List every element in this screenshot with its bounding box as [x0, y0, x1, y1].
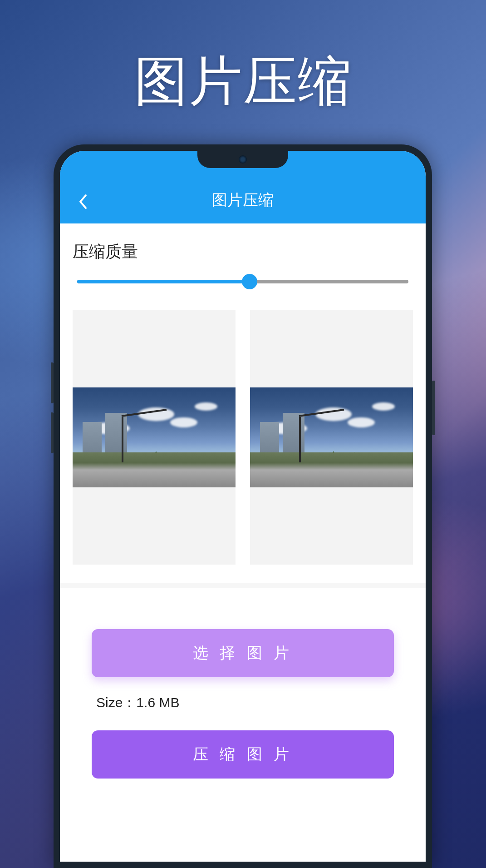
front-camera-decor	[239, 155, 247, 164]
slider-fill	[77, 280, 250, 283]
chevron-left-icon	[78, 193, 88, 210]
preview-original[interactable]	[73, 310, 236, 565]
phone-screen: 图片压缩 压缩质量	[60, 151, 426, 862]
back-button[interactable]	[74, 193, 92, 211]
phone-mockup-frame: 图片压缩 压缩质量	[54, 144, 432, 868]
page-title: 图片压缩	[60, 190, 426, 211]
select-image-button[interactable]: 选 择 图 片	[92, 629, 394, 677]
quality-label: 压缩质量	[60, 223, 426, 274]
content-area: 压缩质量	[60, 223, 426, 779]
image-thumbnail	[73, 387, 236, 487]
notch	[197, 151, 288, 168]
section-divider	[60, 583, 426, 588]
size-label: Size：1.6 MB	[92, 677, 394, 712]
quality-slider[interactable]	[77, 274, 408, 289]
preview-row	[60, 310, 426, 583]
promo-title: 图片压缩	[0, 45, 486, 118]
action-area: 选 择 图 片 Size：1.6 MB 压 缩 图 片	[60, 588, 426, 779]
slider-thumb[interactable]	[242, 274, 257, 289]
power-button-decor	[432, 381, 435, 435]
volume-down-decor	[51, 412, 54, 453]
image-thumbnail	[250, 387, 413, 487]
volume-up-decor	[51, 362, 54, 403]
compress-image-button[interactable]: 压 缩 图 片	[92, 730, 394, 779]
preview-compressed[interactable]	[250, 310, 413, 565]
